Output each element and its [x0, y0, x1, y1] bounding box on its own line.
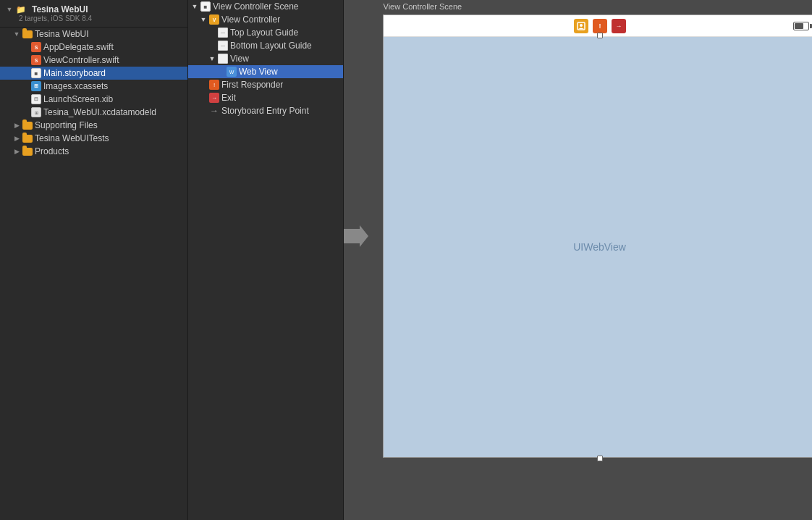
project-title[interactable]: 📁 Tesina WebUI: [6, 4, 182, 14]
main-storyboard-item[interactable]: ■ Main.storyboard: [0, 67, 187, 80]
scene-navigator: ■ View Controller Scene V View Controlle…: [188, 0, 344, 520]
canvas-scene-label: View Controller Scene: [384, 2, 462, 11]
exit-inner-icon: →: [614, 22, 623, 30]
vc-inner-icon: [577, 22, 585, 30]
top-layout-label: Top Layout Guide: [230, 28, 298, 38]
web-view-item[interactable]: W Web View: [188, 65, 343, 78]
xcassets-icon: ⊞: [31, 81, 41, 91]
entry-arrow-icon: →: [209, 106, 219, 116]
top-layout-item[interactable]: — Top Layout Guide: [188, 26, 343, 39]
project-subtitle: 2 targets, iOS SDK 8.4: [6, 14, 182, 22]
canvas-vc-orange-icon[interactable]: !: [593, 19, 607, 33]
products-label: Products: [35, 146, 69, 156]
canvas[interactable]: View Controller Scene !: [344, 0, 812, 520]
resize-handle-bottom[interactable]: [597, 456, 603, 461]
group-label: Tesina WebUI: [35, 29, 88, 39]
storyboard-scene-icon: ■: [200, 1, 211, 12]
vc-icon-bar: ! →: [574, 19, 626, 33]
supporting-label: Supporting Files: [35, 120, 98, 130]
images-item[interactable]: ⊞ Images.xcassets: [0, 80, 187, 93]
iphone-frame: View Controller Scene !: [383, 14, 813, 458]
scene-title-label: View Controller Scene: [213, 1, 299, 12]
resize-handle-top[interactable]: [597, 33, 603, 38]
battery-icon: [793, 22, 809, 30]
launchscreen-label: LaunchScreen.xib: [43, 94, 113, 104]
svg-text:→: →: [615, 22, 622, 30]
responder-inner-icon: !: [596, 22, 604, 30]
project-name-label: Tesina WebUI: [32, 4, 88, 14]
group-tesina[interactable]: Tesina WebUI: [0, 28, 187, 41]
view-controller-label: View Controller: [221, 14, 280, 25]
appdelegate-item[interactable]: S AppDelegate.swift: [0, 41, 187, 54]
entry-point-label: Storyboard Entry Point: [221, 106, 309, 116]
launchscreen-item[interactable]: ⊟ LaunchScreen.xib: [0, 93, 187, 106]
canvas-vc-red-icon[interactable]: →: [612, 19, 626, 33]
exit-icon: →: [209, 93, 219, 103]
first-responder-item[interactable]: ! First Responder: [188, 78, 343, 91]
file-navigator: 📁 Tesina WebUI 2 targets, iOS SDK 8.4 Te…: [0, 0, 188, 520]
project-triangle[interactable]: [6, 6, 13, 13]
view-controller-item[interactable]: V View Controller: [188, 13, 343, 26]
bottom-layout-item[interactable]: — Bottom Layout Guide: [188, 39, 343, 52]
storyboard-entry-arrow: [344, 225, 368, 247]
entry-point-item[interactable]: → Storyboard Entry Point: [188, 104, 343, 117]
webview-label: UIWebView: [573, 241, 626, 253]
vc-triangle[interactable]: [200, 16, 207, 23]
web-view-label: Web View: [239, 67, 278, 77]
exit-label: Exit: [221, 93, 236, 103]
products-item[interactable]: Products: [0, 145, 187, 158]
appdelegate-label: AppDelegate.swift: [43, 42, 114, 52]
supporting-folder-icon: [22, 120, 33, 130]
images-label: Images.xcassets: [43, 81, 108, 91]
uitests-triangle[interactable]: [13, 135, 20, 142]
datamodel-item[interactable]: ⊞ Tesina_WebUI.xcdatamodeld: [0, 106, 187, 119]
iphone-screen: UIWebView: [384, 37, 813, 457]
viewcontroller-item[interactable]: S ViewController.swift: [0, 54, 187, 67]
uitests-label: Tesina WebUITests: [35, 133, 109, 143]
xib-icon: ⊟: [31, 94, 41, 104]
products-folder-icon: [22, 146, 33, 156]
canvas-vc-yellow-icon[interactable]: [574, 19, 588, 33]
storyboard-icon: ■: [31, 68, 41, 78]
file-tree: Tesina WebUI S AppDelegate.swift S ViewC…: [0, 28, 187, 158]
uitests-folder-icon: [22, 133, 33, 143]
entry-arrow-svg: [344, 225, 368, 247]
vc-icon: V: [209, 14, 219, 25]
viewcontroller-label: ViewController.swift: [43, 55, 119, 65]
canvas-content: View Controller Scene !: [344, 14, 812, 458]
swift-icon-vc: S: [31, 55, 41, 65]
svg-marker-0: [344, 225, 368, 247]
svg-text:!: !: [599, 22, 601, 30]
group-triangle[interactable]: [13, 30, 20, 38]
battery-fill: [795, 23, 804, 29]
responder-icon: !: [209, 80, 219, 90]
vc-scene-header[interactable]: ■ View Controller Scene: [188, 0, 343, 13]
uitests-item[interactable]: Tesina WebUITests: [0, 132, 187, 145]
main-storyboard-label: Main.storyboard: [43, 68, 106, 78]
datamodel-icon: ⊞: [31, 107, 41, 117]
project-header: 📁 Tesina WebUI 2 targets, iOS SDK 8.4: [0, 0, 187, 28]
bottom-layout-label: Bottom Layout Guide: [230, 41, 312, 51]
first-responder-label: First Responder: [221, 80, 283, 90]
datamodel-label: Tesina_WebUI.xcdatamodeld: [43, 107, 156, 117]
view-icon: [218, 54, 228, 64]
exit-item[interactable]: → Exit: [188, 91, 343, 104]
view-triangle[interactable]: [208, 55, 216, 62]
swift-icon: S: [31, 42, 41, 52]
view-label: View: [230, 54, 249, 64]
top-layout-icon: —: [218, 28, 228, 38]
view-item[interactable]: View: [188, 52, 343, 65]
folder-icon: [22, 29, 33, 39]
supporting-triangle[interactable]: [13, 122, 20, 129]
svg-point-2: [580, 24, 583, 27]
bottom-layout-icon: —: [218, 41, 228, 51]
supporting-item[interactable]: Supporting Files: [0, 119, 187, 132]
webview-icon: W: [227, 67, 237, 77]
products-triangle[interactable]: [13, 148, 20, 155]
scene-header-triangle[interactable]: [191, 3, 198, 10]
